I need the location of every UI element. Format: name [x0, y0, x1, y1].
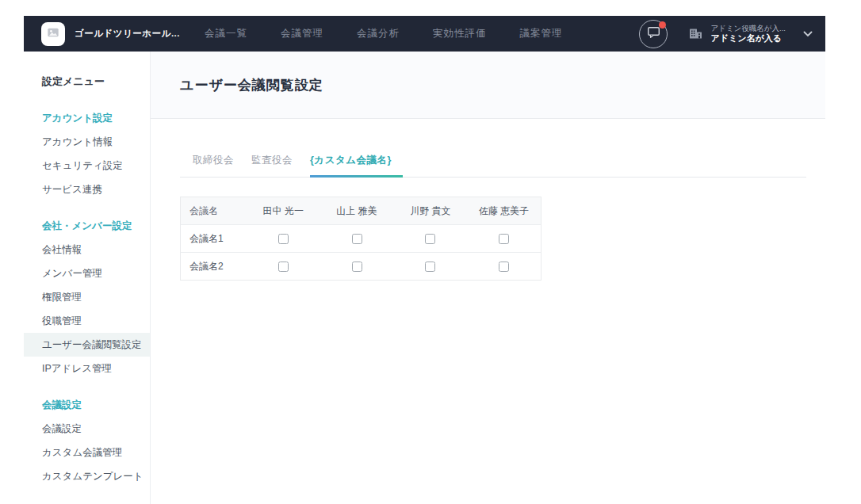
sidebar-section-meeting: 会議設定 会議設定 カスタム会議管理 カスタムテンプレート [24, 393, 150, 488]
column-header-member-3: 川野 貴文 [393, 204, 467, 218]
table-row: 会議名2 [181, 252, 541, 280]
sidebar-item-custom-meeting-management[interactable]: カスタム会議管理 [24, 441, 150, 464]
sidebar-item-permission-management[interactable]: 権限管理 [24, 285, 150, 309]
sidebar-item-account-info[interactable]: アカウント情報 [24, 130, 150, 154]
view-permission-checkbox-row2-col3[interactable] [425, 262, 435, 272]
meeting-type-tabs: 取締役会 監査役会 {カスタム会議名} [180, 154, 806, 178]
sidebar-item-member-management[interactable]: メンバー管理 [24, 262, 150, 285]
meeting-name-cell: 会議名2 [181, 260, 247, 273]
page-title: ユーザー会議閲覧設定 [180, 76, 323, 94]
app-logo[interactable] [41, 22, 65, 46]
table-header-row: 会議名 田中 光一 山上 雅美 川野 貴文 佐藤 恵美子 [181, 197, 541, 224]
user-name-label: アドミン名が入る [710, 33, 786, 44]
sidebar-header-account-settings: アカウント設定 [24, 106, 150, 130]
sidebar-section-account: アカウント設定 アカウント情報 セキュリティ設定 サービス連携 [24, 106, 150, 201]
brand-name: ゴールドツリーホール... [75, 28, 180, 40]
column-header-member-2: 山上 雅美 [320, 204, 394, 218]
tab-board-of-directors[interactable]: 取締役会 [193, 154, 234, 177]
view-permission-checkbox-row2-col4[interactable] [499, 262, 509, 272]
column-header-member-4: 佐藤 恵美子 [467, 204, 541, 218]
top-navbar: ゴールドツリーホール... 会議一覧 会議管理 会議分析 実効性評価 議案管理 … [24, 16, 825, 52]
sidebar-title: 設定メニュー [24, 70, 150, 94]
sidebar-item-custom-template[interactable]: カスタムテンプレート [24, 464, 150, 488]
chat-notifications-button[interactable] [639, 20, 668, 48]
sidebar-section-company-members: 会社・メンバー設定 会社情報 メンバー管理 権限管理 役職管理 ユーザー会議閲覧… [24, 214, 150, 380]
nav-item-meeting-list[interactable]: 会議一覧 [205, 27, 247, 40]
sidebar-item-company-info[interactable]: 会社情報 [24, 238, 150, 262]
column-header-member-1: 田中 光一 [247, 204, 320, 218]
sidebar-item-service-integration[interactable]: サービス連携 [24, 178, 150, 201]
chat-bubble-icon [647, 25, 660, 42]
sidebar-item-meeting-settings[interactable]: 会議設定 [24, 417, 150, 441]
view-permission-checkbox-row2-col1[interactable] [278, 262, 289, 272]
sidebar-item-security-settings[interactable]: セキュリティ設定 [24, 154, 150, 178]
company-building-icon [689, 27, 702, 40]
nav-item-meeting-analysis[interactable]: 会議分析 [357, 27, 400, 40]
sidebar-item-role-management[interactable]: 役職管理 [24, 309, 150, 333]
column-header-meeting-name: 会議名 [181, 204, 247, 218]
nav-item-effectiveness-evaluation[interactable]: 実効性評価 [433, 27, 487, 40]
body-row: 設定メニュー アカウント設定 アカウント情報 セキュリティ設定 サービス連携 会… [24, 52, 825, 504]
view-permission-checkbox-row2-col2[interactable] [352, 262, 362, 272]
sidebar-item-ip-address-management[interactable]: IPアドレス管理 [24, 357, 150, 380]
view-permission-checkbox-row1-col3[interactable] [425, 234, 435, 244]
user-role-label: アドミン役職名が入... [710, 24, 786, 33]
navbar-right-cluster: アドミン役職名が入... アドミン名が入る [639, 20, 825, 48]
nav-item-meeting-management[interactable]: 会議管理 [281, 27, 323, 40]
app-frame: ゴールドツリーホール... 会議一覧 会議管理 会議分析 実効性評価 議案管理 … [24, 16, 825, 504]
sidebar-header-company-member-settings: 会社・メンバー設定 [24, 214, 150, 238]
sidebar-header-meeting-settings: 会議設定 [24, 393, 150, 417]
sidebar-item-user-meeting-view-settings[interactable]: ユーザー会議閲覧設定 [24, 333, 150, 357]
settings-sidebar: 設定メニュー アカウント設定 アカウント情報 セキュリティ設定 サービス連携 会… [24, 52, 151, 504]
nav-item-agenda-management[interactable]: 議案管理 [519, 27, 562, 40]
page-title-band: ユーザー会議閲覧設定 [151, 52, 825, 119]
meeting-view-table: 会議名 田中 光一 山上 雅美 川野 貴文 佐藤 恵美子 会議名1 [180, 197, 541, 281]
main-pane: ユーザー会議閲覧設定 取締役会 監査役会 {カスタム会議名} 会議名 田中 光一… [151, 52, 825, 504]
main-nav: 会議一覧 会議管理 会議分析 実効性評価 議案管理 [205, 27, 563, 40]
current-user[interactable]: アドミン役職名が入... アドミン名が入る [710, 24, 786, 44]
meeting-name-cell: 会議名1 [181, 232, 247, 246]
tab-custom-meeting[interactable]: {カスタム会議名} [310, 154, 392, 177]
main-content: 取締役会 監査役会 {カスタム会議名} 会議名 田中 光一 山上 雅美 川野 貴… [151, 119, 825, 281]
image-placeholder-icon [47, 26, 59, 42]
notification-badge [659, 21, 666, 29]
view-permission-checkbox-row1-col1[interactable] [278, 234, 289, 244]
tab-audit-committee[interactable]: 監査役会 [251, 154, 293, 177]
view-permission-checkbox-row1-col2[interactable] [352, 234, 362, 244]
view-permission-checkbox-row1-col4[interactable] [499, 234, 509, 244]
table-row: 会議名1 [181, 224, 541, 252]
user-menu-chevron-down-icon[interactable] [803, 31, 813, 37]
